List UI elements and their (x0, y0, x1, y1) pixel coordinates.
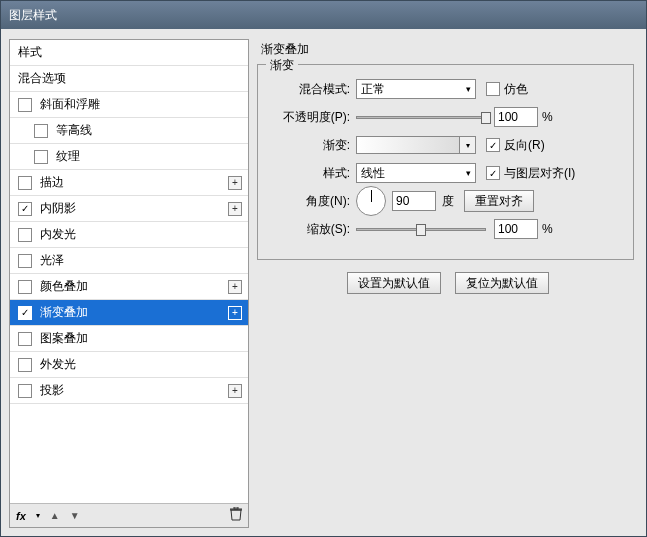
style-checkbox[interactable] (18, 202, 32, 216)
style-row-label: 外发光 (40, 356, 242, 373)
style-list: 样式 混合选项 斜面和浮雕等高线纹理描边+内阴影+内发光光泽颜色叠加+渐变叠加+… (10, 40, 248, 503)
scale-label: 缩放(S): (270, 221, 356, 238)
styles-panel: 样式 混合选项 斜面和浮雕等高线纹理描边+内阴影+内发光光泽颜色叠加+渐变叠加+… (9, 39, 249, 528)
style-row-label: 投影 (40, 382, 228, 399)
scale-input[interactable]: 100 (494, 219, 538, 239)
style-checkbox[interactable] (18, 254, 32, 268)
style-row-label: 斜面和浮雕 (40, 96, 242, 113)
opacity-unit: % (542, 110, 553, 124)
make-default-button[interactable]: 设置为默认值 (347, 272, 441, 294)
style-row[interactable]: 图案叠加 (10, 326, 248, 352)
blend-mode-value: 正常 (361, 81, 385, 98)
fieldset-legend: 渐变 (266, 57, 298, 74)
style-checkbox[interactable] (34, 150, 48, 164)
style-row-label: 内阴影 (40, 200, 228, 217)
style-row[interactable]: 斜面和浮雕 (10, 92, 248, 118)
scale-slider-thumb[interactable] (416, 224, 426, 236)
plus-icon[interactable]: + (228, 384, 242, 398)
style-row[interactable]: 投影+ (10, 378, 248, 404)
style-row-label: 颜色叠加 (40, 278, 228, 295)
fx-menu-icon[interactable]: fx (16, 510, 26, 522)
plus-icon[interactable]: + (228, 280, 242, 294)
reset-align-button[interactable]: 重置对齐 (464, 190, 534, 212)
style-row-label: 等高线 (56, 122, 242, 139)
gradient-swatch[interactable] (356, 136, 460, 154)
style-row[interactable]: 光泽 (10, 248, 248, 274)
titlebar[interactable]: 图层样式 (1, 1, 646, 29)
window-title: 图层样式 (9, 7, 57, 24)
move-down-icon[interactable]: ▼ (70, 510, 80, 521)
style-row-label: 内发光 (40, 226, 242, 243)
default-buttons-row: 设置为默认值 复位为默认值 (257, 272, 638, 294)
styles-header-label: 样式 (18, 44, 242, 61)
style-row[interactable]: 纹理 (10, 144, 248, 170)
angle-input[interactable]: 90 (392, 191, 436, 211)
scale-slider[interactable] (356, 222, 486, 236)
gradient-label: 渐变: (270, 137, 356, 154)
reverse-checkbox[interactable] (486, 138, 500, 152)
style-checkbox[interactable] (18, 384, 32, 398)
opacity-slider-thumb[interactable] (481, 112, 491, 124)
style-checkbox[interactable] (18, 358, 32, 372)
plus-icon[interactable]: + (228, 176, 242, 190)
blend-options-header[interactable]: 混合选项 (10, 66, 248, 92)
chevron-down-icon: ▾ (466, 84, 471, 94)
fx-menu-caret-icon[interactable]: ▾ (36, 511, 40, 520)
layer-style-dialog: 图层样式 样式 混合选项 斜面和浮雕等高线纹理描边+内阴影+内发光光泽颜色叠加+… (0, 0, 647, 537)
align-label: 与图层对齐(I) (504, 165, 575, 182)
style-row[interactable]: 渐变叠加+ (10, 300, 248, 326)
style-checkbox[interactable] (18, 176, 32, 190)
blend-mode-label: 混合模式: (270, 81, 356, 98)
style-value: 线性 (361, 165, 385, 182)
trash-icon[interactable] (230, 507, 242, 524)
styles-footer: fx ▾ ▲ ▼ (10, 503, 248, 527)
move-up-icon[interactable]: ▲ (50, 510, 60, 521)
style-checkbox[interactable] (34, 124, 48, 138)
settings-panel: 渐变叠加 渐变 混合模式: 正常 ▾ 仿色 不透明度(P): (257, 39, 638, 528)
opacity-label: 不透明度(P): (270, 109, 356, 126)
style-row[interactable]: 内发光 (10, 222, 248, 248)
style-row-label: 渐变叠加 (40, 304, 228, 321)
style-row-label: 图案叠加 (40, 330, 242, 347)
style-checkbox[interactable] (18, 228, 32, 242)
angle-label: 角度(N): (270, 193, 356, 210)
style-row[interactable]: 颜色叠加+ (10, 274, 248, 300)
plus-icon[interactable]: + (228, 202, 242, 216)
angle-dial[interactable] (356, 186, 386, 216)
style-row-label: 光泽 (40, 252, 242, 269)
gradient-dropdown-icon[interactable]: ▾ (460, 136, 476, 154)
dither-label: 仿色 (504, 81, 528, 98)
opacity-slider[interactable] (356, 110, 486, 124)
styles-header[interactable]: 样式 (10, 40, 248, 66)
style-row[interactable]: 外发光 (10, 352, 248, 378)
gradient-fieldset: 渐变 混合模式: 正常 ▾ 仿色 不透明度(P): (257, 64, 634, 260)
dialog-body: 样式 混合选项 斜面和浮雕等高线纹理描边+内阴影+内发光光泽颜色叠加+渐变叠加+… (1, 29, 646, 536)
plus-icon[interactable]: + (228, 306, 242, 320)
style-checkbox[interactable] (18, 332, 32, 346)
angle-unit: 度 (442, 193, 454, 210)
style-checkbox[interactable] (18, 306, 32, 320)
dither-checkbox[interactable] (486, 82, 500, 96)
style-row-label: 纹理 (56, 148, 242, 165)
reset-default-button[interactable]: 复位为默认值 (455, 272, 549, 294)
scale-unit: % (542, 222, 553, 236)
style-row[interactable]: 等高线 (10, 118, 248, 144)
style-row-label: 描边 (40, 174, 228, 191)
align-checkbox[interactable] (486, 166, 500, 180)
blend-mode-select[interactable]: 正常 ▾ (356, 79, 476, 99)
style-label: 样式: (270, 165, 356, 182)
blend-options-label: 混合选项 (18, 70, 242, 87)
section-title: 渐变叠加 (257, 39, 638, 64)
style-checkbox[interactable] (18, 280, 32, 294)
style-row[interactable]: 描边+ (10, 170, 248, 196)
style-checkbox[interactable] (18, 98, 32, 112)
style-select[interactable]: 线性 ▾ (356, 163, 476, 183)
style-row[interactable]: 内阴影+ (10, 196, 248, 222)
opacity-input[interactable]: 100 (494, 107, 538, 127)
reverse-label: 反向(R) (504, 137, 545, 154)
chevron-down-icon: ▾ (466, 168, 471, 178)
